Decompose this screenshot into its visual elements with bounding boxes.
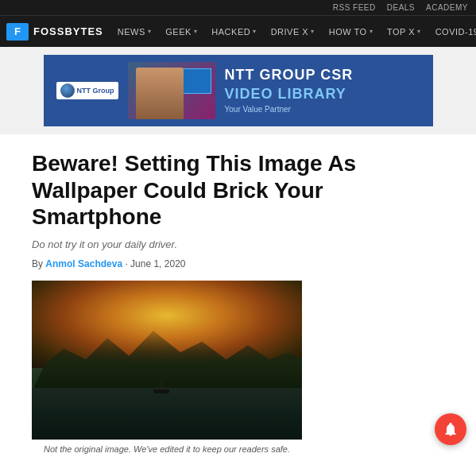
topbar-rss[interactable]: RSS Feed bbox=[333, 3, 376, 12]
nav-item-covid[interactable]: COVID-19 bbox=[429, 16, 476, 48]
main-nav: F FOSSBYTES News ▾ Geek ▾ Hacked ▾ Drive… bbox=[0, 15, 476, 47]
chevron-down-icon: ▾ bbox=[311, 28, 315, 35]
site-logo[interactable]: F FOSSBYTES bbox=[6, 23, 103, 41]
chevron-down-icon: ▾ bbox=[370, 28, 373, 35]
chevron-down-icon: ▾ bbox=[194, 28, 198, 35]
author-link[interactable]: Anmol Sachdeva bbox=[45, 258, 122, 269]
water-layer bbox=[32, 388, 302, 440]
nav-item-hacked[interactable]: Hacked ▾ bbox=[205, 16, 262, 48]
nav-items: News ▾ Geek ▾ Hacked ▾ Drive X ▾ How To … bbox=[111, 16, 476, 48]
bell-icon bbox=[443, 421, 459, 437]
ad-image bbox=[128, 62, 215, 119]
top-bar: RSS Feed Deals Academy bbox=[0, 0, 476, 15]
logo-box: F bbox=[6, 23, 29, 41]
boat-icon bbox=[153, 382, 169, 393]
ad-subtitle: Your Value Partner bbox=[225, 105, 420, 114]
topbar-academy[interactable]: Academy bbox=[426, 3, 468, 12]
ad-text: NTT Group CSR Video Library Your Value P… bbox=[225, 68, 420, 114]
article: Beware! Setting This Image As Wallpaper … bbox=[0, 134, 476, 461]
ad-container: NTT Group NTT Group CSR Video Library Yo… bbox=[44, 55, 433, 126]
ad-person bbox=[136, 68, 184, 119]
ad-title-line2: Video Library bbox=[225, 87, 420, 103]
article-subtitle: Do not try it on your daily driver. bbox=[32, 238, 444, 250]
image-caption: Not the original image. We've edited it … bbox=[32, 444, 302, 454]
article-image-wrapper bbox=[32, 281, 302, 440]
ad-screen bbox=[180, 68, 211, 94]
nav-item-topx[interactable]: Top X ▾ bbox=[381, 16, 428, 48]
nav-item-news[interactable]: News ▾ bbox=[111, 16, 158, 48]
article-title: Beware! Setting This Image As Wallpaper … bbox=[32, 150, 444, 230]
chevron-down-icon: ▾ bbox=[253, 28, 257, 35]
topbar-deals[interactable]: Deals bbox=[387, 3, 415, 12]
ad-logo: NTT Group bbox=[56, 82, 118, 99]
nav-item-geek[interactable]: Geek ▾ bbox=[159, 16, 203, 48]
banner-ad[interactable]: NTT Group NTT Group CSR Video Library Yo… bbox=[0, 47, 476, 134]
ad-logo-block: NTT Group bbox=[56, 82, 118, 99]
chevron-down-icon: ▾ bbox=[148, 28, 152, 35]
article-date: June 1, 2020 bbox=[130, 258, 185, 269]
nav-item-drivex[interactable]: Drive X ▾ bbox=[265, 16, 321, 48]
nav-item-howto[interactable]: How To ▾ bbox=[323, 16, 379, 48]
notification-bell[interactable] bbox=[435, 413, 466, 445]
ad-title-line1: NTT Group CSR bbox=[225, 68, 420, 83]
article-meta: By Anmol Sachdeva · June 1, 2020 bbox=[32, 258, 444, 269]
chevron-down-icon: ▾ bbox=[417, 28, 421, 35]
logo-text: FOSSBYTES bbox=[33, 25, 103, 37]
ntt-globe-icon bbox=[60, 83, 75, 98]
article-image bbox=[32, 281, 302, 440]
